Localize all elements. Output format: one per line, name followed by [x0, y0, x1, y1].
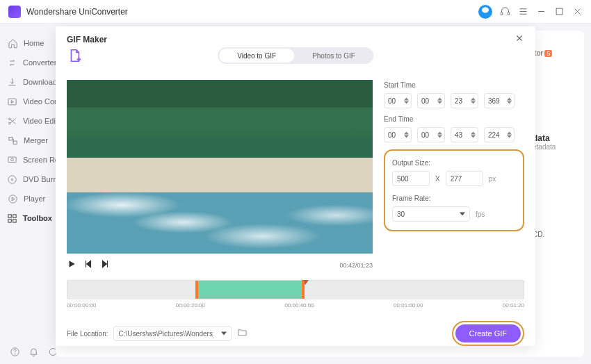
download-icon: [7, 76, 17, 88]
svg-rect-3: [8, 99, 16, 105]
tick-label: 00:00:00:00: [67, 302, 96, 308]
timeline-ticks: 00:00:00:00 00:00:20:00 00:00:40:00 00:0…: [67, 302, 524, 308]
sidebar-item-merger[interactable]: Merger: [0, 131, 56, 150]
sidebar-item-home[interactable]: Home: [0, 33, 56, 53]
background-right-panel: itor5 data etadata CD.: [533, 49, 574, 238]
converter-icon: [7, 57, 17, 68]
sidebar: Home Converter Downloader Video Compress…: [0, 24, 56, 342]
sidebar-item-dvd-burner[interactable]: DVD Burner: [0, 169, 56, 189]
sidebar-item-video-editor[interactable]: Video Editor: [0, 111, 56, 131]
spinner-arrows-icon[interactable]: [507, 97, 512, 104]
maximize-icon[interactable]: [553, 6, 565, 17]
start-minutes-input[interactable]: 00: [417, 93, 445, 108]
create-gif-highlight: Create GIF: [452, 321, 524, 346]
spinner-arrows-icon[interactable]: [404, 131, 409, 138]
end-seconds-input[interactable]: 43: [451, 127, 478, 142]
px-unit: px: [489, 175, 496, 183]
record-icon: [7, 154, 17, 165]
svg-point-5: [9, 122, 11, 124]
frame-rate-label: Frame Rate:: [392, 195, 516, 202]
end-ms-input[interactable]: 224: [484, 127, 515, 142]
end-minutes-input[interactable]: 00: [417, 127, 445, 142]
prev-frame-button[interactable]: [83, 259, 93, 272]
sidebar-item-screen-recorder[interactable]: Screen Recorder: [0, 150, 56, 169]
end-time-label: End Time: [384, 115, 524, 123]
bg-text-data: data: [533, 133, 574, 143]
bottom-bar: [0, 342, 56, 364]
sidebar-item-label: Merger: [24, 136, 48, 144]
spinner-arrows-icon[interactable]: [507, 131, 512, 138]
timeline-selection[interactable]: [195, 281, 305, 299]
badge-count: 5: [544, 50, 552, 57]
time-display: 00:42/01:23: [339, 262, 373, 269]
hamburger-icon[interactable]: [517, 6, 528, 17]
start-seconds-input[interactable]: 23: [451, 93, 478, 108]
start-ms-input[interactable]: 369: [484, 93, 515, 108]
svg-rect-7: [13, 141, 17, 144]
end-hours-input[interactable]: 00: [384, 127, 412, 142]
tick-label: 00:01:00:00: [394, 302, 423, 308]
fps-unit: fps: [476, 210, 485, 218]
sidebar-item-label: Home: [24, 39, 44, 47]
output-settings-group: Output Size: X px Frame Rate: 30 fps: [384, 149, 524, 231]
disc-icon: [7, 174, 17, 185]
gif-maker-modal: GIF Maker Video to GIF Photos to GIF 00:…: [56, 26, 535, 346]
spinner-arrows-icon[interactable]: [471, 131, 476, 138]
svg-rect-0: [501, 13, 503, 15]
svg-rect-1: [508, 13, 510, 15]
tick-label: 00:01:20: [503, 302, 524, 308]
spinner-arrows-icon[interactable]: [404, 97, 409, 104]
svg-rect-14: [13, 214, 16, 217]
scissors-icon: [7, 115, 17, 126]
next-frame-button[interactable]: [100, 259, 110, 272]
svg-rect-13: [8, 214, 11, 217]
sidebar-item-toolbox[interactable]: Toolbox: [0, 208, 56, 228]
open-folder-icon[interactable]: [237, 327, 248, 340]
add-file-icon[interactable]: [67, 48, 81, 62]
title-bar: Wondershare UniConverter: [0, 0, 591, 24]
frame-rate-select[interactable]: 30: [392, 206, 470, 222]
sidebar-item-downloader[interactable]: Downloader: [0, 72, 56, 92]
start-hours-input[interactable]: 00: [384, 93, 412, 108]
sidebar-item-converter[interactable]: Converter: [0, 53, 56, 72]
spinner-arrows-icon[interactable]: [437, 131, 442, 138]
svg-point-4: [9, 118, 11, 120]
tick-label: 00:00:40:00: [284, 302, 314, 308]
sidebar-item-label: Converter: [23, 58, 56, 67]
height-input[interactable]: [446, 171, 483, 186]
svg-rect-2: [556, 8, 562, 15]
svg-rect-15: [8, 219, 11, 222]
bell-icon[interactable]: [29, 347, 39, 360]
file-location-select[interactable]: C:\Users\ws\Pictures\Wonders: [113, 326, 232, 341]
mode-segmented-control: Video to GIF Photos to GIF: [218, 47, 373, 64]
user-avatar-icon[interactable]: [478, 5, 492, 19]
start-time-label: Start Time: [384, 81, 524, 89]
close-window-icon[interactable]: [572, 6, 583, 17]
sidebar-item-label: Toolbox: [23, 214, 52, 222]
play-button[interactable]: [67, 259, 76, 272]
sidebar-item-label: Downloader: [23, 78, 56, 86]
tab-video-to-gif[interactable]: Video to GIF: [219, 49, 294, 63]
svg-point-9: [11, 158, 14, 161]
spinner-arrows-icon[interactable]: [437, 97, 442, 104]
sidebar-item-video-compressor[interactable]: Video Compressor: [0, 92, 56, 111]
spinner-arrows-icon[interactable]: [471, 97, 476, 104]
help-icon[interactable]: [10, 347, 20, 360]
sidebar-item-label: Video Editor: [23, 117, 56, 125]
home-icon: [7, 38, 18, 49]
tab-photos-to-gif[interactable]: Photos to GIF: [294, 47, 373, 64]
merger-icon: [7, 135, 18, 146]
timeline-track[interactable]: [67, 280, 524, 299]
tab-label: Video to GIF: [237, 52, 276, 60]
close-icon[interactable]: [515, 33, 524, 45]
width-input[interactable]: [392, 171, 430, 186]
play-icon: [7, 193, 18, 204]
headset-icon[interactable]: [499, 6, 510, 17]
svg-rect-16: [13, 219, 16, 222]
svg-point-10: [8, 175, 16, 183]
minimize-icon[interactable]: [535, 6, 547, 17]
app-logo-icon: [8, 6, 21, 18]
app-title: Wondershare UniConverter: [26, 7, 478, 17]
sidebar-item-player[interactable]: Player: [0, 189, 56, 208]
create-gif-button[interactable]: Create GIF: [455, 324, 521, 342]
